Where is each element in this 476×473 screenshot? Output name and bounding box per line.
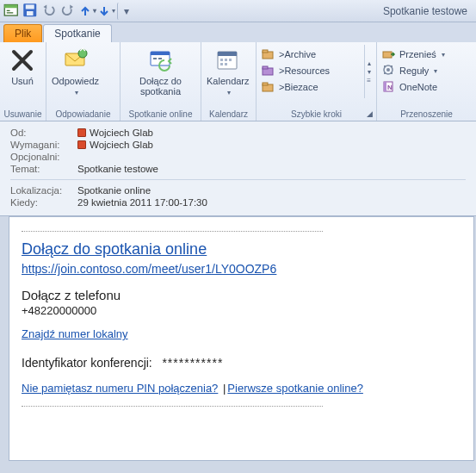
svg-rect-26 [383,52,392,58]
join-online-button[interactable]: Dołącz do spotkania [124,45,197,96]
previous-item-icon[interactable]: ▾ [79,3,96,20]
forgot-pin-link[interactable]: Nie pamiętasz numeru PIN połączenia? [22,382,218,395]
required-label: Wymagani: [10,140,77,150]
qat-customize-icon[interactable]: ▾ [117,3,134,20]
svg-rect-25 [263,83,268,85]
find-local-number-link[interactable]: Znajdź numer lokalny [22,327,128,340]
tab-file[interactable]: Plik [3,24,42,42]
svg-rect-30 [391,65,393,67]
svg-rect-1 [4,4,17,8]
join-meeting-url[interactable]: https://join.contoso.com/meet/user1/LY0O… [22,262,276,276]
svg-rect-19 [225,63,227,65]
first-meeting-link[interactable]: Pierwsze spotkanie online? [227,382,363,395]
svg-rect-34 [384,82,386,91]
join-online-label: Dołącz do spotkania [126,76,195,96]
svg-rect-17 [229,59,232,61]
window-title: Spotkanie testowe [136,5,473,17]
calendar-label: Kalendarz [207,76,250,86]
group-delete-label: Usuwanie [3,109,42,121]
quickstep-biezace[interactable]: >Biezace [260,79,361,95]
quicksteps-scroll-up[interactable]: ▴ [367,59,371,67]
next-item-icon[interactable]: ▾ [98,3,115,20]
presence-icon [77,140,86,149]
quicksteps-expand[interactable]: ≡ [367,77,371,84]
svg-rect-6 [27,11,34,16]
from-value: Wojciech Glab [90,128,153,138]
svg-rect-16 [225,59,227,61]
location-label: Lokalizacja: [10,185,77,196]
save-icon[interactable] [22,3,40,20]
move-button[interactable]: Przenieś▾ [380,47,447,62]
group-respond: Odpowiedz ▾ Odpowiadanie [46,42,121,121]
svg-rect-2 [7,9,10,10]
undo-icon[interactable] [41,3,59,20]
svg-point-28 [386,68,390,72]
rules-button[interactable]: Reguły▾ [380,63,447,78]
group-delete: Usuń Usuwanie [0,42,46,121]
app-menu-icon[interactable] [3,3,21,20]
quicksteps-scroll-down[interactable]: ▾ [367,68,371,76]
respond-button[interactable]: Odpowiedz ▾ [50,45,101,98]
separator [22,231,323,232]
phone-number: +48220000000 [22,304,461,317]
onenote-label: OneNote [399,82,437,92]
svg-rect-32 [391,72,393,74]
move-label: Przenieś [399,49,436,59]
ribbon: Usuń Usuwanie Odpowiedz ▾ Odpowiadanie D… [0,42,476,121]
group-respond-label: Odpowiadanie [50,109,116,121]
subject-value: Spotkanie testowe [77,164,158,174]
quickstep-label: >Resources [279,65,330,76]
calendar-button[interactable]: Kalendarz ▾ [205,45,251,98]
chevron-down-icon: ▾ [227,88,231,98]
conference-id-label: Identyfikator konferencji: [22,356,152,370]
svg-rect-29 [384,65,386,67]
group-calendar: Kalendarz ▾ Kalendarz [201,42,257,121]
delete-button[interactable]: Usuń [3,45,41,86]
join-meeting-link[interactable]: Dołącz do spotkania online [22,240,207,258]
optional-label: Opcjonalni: [10,152,77,162]
location-value: Spotkanie online [77,185,151,196]
phone-heading: Dołącz z telefonu [22,288,461,302]
svg-rect-31 [384,72,386,74]
from-label: Od: [10,128,77,138]
subject-label: Temat: [10,164,77,174]
svg-rect-14 [218,52,237,56]
conference-id-value: *********** [162,356,223,370]
message-body: Dołącz do spotkania online https://join.… [9,216,474,461]
svg-rect-5 [26,4,34,9]
svg-rect-15 [220,59,223,61]
separator [22,406,323,407]
chevron-down-icon: ▾ [75,88,78,98]
tab-meeting[interactable]: Spotkanie [43,24,111,42]
group-calendar-label: Kalendarz [205,109,252,121]
message-headers: Od: Wojciech Glab Wymagani: Wojciech Gla… [0,121,476,216]
required-value: Wojciech Glab [90,140,153,150]
ribbon-tabs: Plik Spotkanie [0,22,476,42]
group-move-label: Przenoszenie [380,109,473,121]
svg-rect-11 [153,58,157,59]
svg-rect-3 [7,12,14,13]
when-value: 29 kwietnia 2011 17:00-17:30 [77,197,207,208]
svg-rect-21 [263,50,268,53]
onenote-button[interactable]: N OneNote [380,79,447,95]
group-quicksteps: >Archive >Resources >Biezace ▴ ▾ ≡ Szybk… [257,42,377,121]
quickstep-label: >Archive [279,49,316,59]
svg-rect-18 [220,63,223,65]
svg-rect-23 [263,66,268,69]
quickstep-archive[interactable]: >Archive [260,47,361,62]
link-separator: | [223,382,226,395]
delete-label: Usuń [11,76,34,86]
rules-label: Reguły [399,65,429,76]
quickstep-resources[interactable]: >Resources [260,63,361,78]
group-move: Przenieś▾ Reguły▾ N OneNote Przenoszenie [377,42,476,121]
title-bar: ▾ ▾ ▾ Spotkanie testowe [0,0,476,22]
redo-icon[interactable] [60,3,77,20]
svg-rect-12 [158,58,162,59]
svg-text:N: N [387,84,393,91]
group-online-meeting: Dołącz do spotkania Spotkanie online [121,42,201,121]
group-online-label: Spotkanie online [124,109,197,121]
group-quicksteps-label: Szybkie kroki [260,109,373,121]
when-label: Kiedy: [10,197,77,208]
dialog-launcher-icon[interactable]: ◢ [364,109,374,119]
svg-rect-10 [151,52,170,55]
